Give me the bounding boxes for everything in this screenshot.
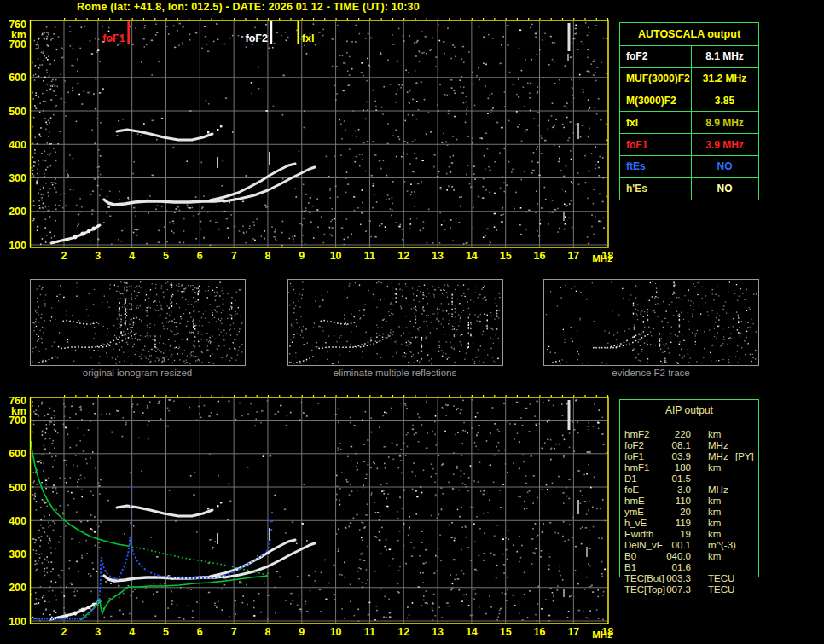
aip-unit: MHz bbox=[708, 451, 728, 462]
aip-row: DelN_vE00.1m^(-3) bbox=[619, 540, 807, 551]
thumbnail-caption-3: evidence F2 trace bbox=[543, 368, 758, 378]
x-tick-label: 3 bbox=[95, 626, 101, 638]
x-axis-unit-label: MHz bbox=[592, 629, 612, 640]
aip-value: 3.0 bbox=[655, 484, 691, 496]
marker-label-fxl: fxl bbox=[302, 32, 315, 44]
x-axis-unit-label: MHz bbox=[592, 253, 612, 264]
x-tick-label: 16 bbox=[534, 250, 546, 262]
aip-value: 180 bbox=[655, 462, 691, 473]
aip-row: foF208.1MHz bbox=[619, 440, 807, 451]
x-tick-label: 17 bbox=[567, 626, 579, 638]
aip-row: hmF2220km bbox=[619, 429, 807, 440]
autoscala-row: M(3000)F23.85 bbox=[620, 90, 758, 112]
aip-value: 20 bbox=[655, 507, 691, 518]
y-axis-unit-label: km bbox=[11, 405, 26, 417]
aip-value: 08.1 bbox=[655, 440, 691, 451]
aip-unit: km bbox=[708, 529, 721, 540]
autoscala-value: 8.1 MHz bbox=[691, 50, 758, 62]
aip-unit: m^(-3) bbox=[708, 540, 736, 551]
model-overlays bbox=[31, 441, 273, 620]
x-tick-label: 7 bbox=[231, 250, 237, 262]
x-tick-label: 15 bbox=[500, 626, 512, 638]
x-tick-label: 12 bbox=[397, 626, 409, 638]
x-tick-label: 13 bbox=[432, 250, 444, 262]
echo-traces bbox=[51, 502, 315, 619]
x-tick-label: 3 bbox=[95, 250, 101, 262]
aip-param: hmF1 bbox=[624, 462, 649, 473]
gridlines bbox=[31, 398, 608, 623]
aip-value: 003.3 bbox=[655, 573, 691, 584]
x-tick-label: 14 bbox=[466, 250, 478, 262]
marker-label-foF2: foF2 bbox=[246, 32, 268, 44]
aip-unit: TECU bbox=[708, 584, 734, 595]
aip-param: hmF2 bbox=[624, 429, 649, 440]
aip-param: foF2 bbox=[624, 440, 644, 451]
x-tick-label: 10 bbox=[330, 626, 342, 638]
aip-param: foF1 bbox=[624, 451, 644, 462]
autoscala-value: 3.85 bbox=[691, 95, 758, 107]
x-tick-label: 8 bbox=[264, 250, 270, 262]
x-tick-label: 4 bbox=[129, 250, 135, 262]
x-tick-label: 2 bbox=[61, 250, 67, 262]
aip-row: D101.5 bbox=[619, 473, 807, 484]
x-tick-label: 9 bbox=[299, 250, 305, 262]
aip-unit: MHz bbox=[708, 484, 728, 496]
frequency-markers: foF1foF2fxl bbox=[102, 21, 314, 44]
aip-value: 040.0 bbox=[655, 551, 691, 562]
autoscala-row: ftEsNO bbox=[620, 155, 758, 177]
y-axis-unit-label: km bbox=[11, 29, 26, 41]
x-tick-label: 4 bbox=[129, 626, 135, 638]
x-tick-label: 6 bbox=[197, 626, 203, 638]
top-ionogram-plot: 23456789101112131415161718MHz76070060050… bbox=[9, 18, 613, 264]
aip-unit: km bbox=[708, 429, 721, 440]
x-tick-label: 10 bbox=[330, 250, 342, 262]
aip-unit: MHz bbox=[708, 440, 728, 451]
x-tick-label: 17 bbox=[567, 250, 579, 262]
x-tick-label: 8 bbox=[264, 626, 270, 638]
aip-unit: km bbox=[708, 518, 721, 529]
autoscala-row: fxl8.9 MHz bbox=[620, 111, 758, 133]
marker-label-foF1: foF1 bbox=[102, 32, 125, 44]
aip-row: foE3.0MHz bbox=[619, 484, 807, 496]
y-tick-label: 100 bbox=[9, 616, 26, 628]
y-tick-label: 100 bbox=[9, 240, 26, 252]
aip-row: hmF1180km bbox=[619, 462, 807, 473]
aip-param: foE bbox=[624, 484, 639, 496]
echo-traces bbox=[51, 125, 315, 243]
x-tick-label: 9 bbox=[299, 626, 305, 638]
autoscala-output-table: AUTOSCALA output foF28.1 MHzMUF(3000)F23… bbox=[619, 22, 759, 200]
aip-row: h_vE119km bbox=[619, 518, 807, 529]
autoscala-row: foF28.1 MHz bbox=[620, 45, 758, 67]
aip-value: 03.9 bbox=[655, 451, 691, 462]
aip-unit: TECU bbox=[708, 573, 734, 584]
aip-unit: km bbox=[708, 507, 721, 518]
aip-row: foF103.9MHz[PY] bbox=[619, 451, 807, 462]
autoscala-value: NO bbox=[691, 183, 758, 194]
aip-param: ymE bbox=[624, 507, 644, 518]
x-tick-label: 13 bbox=[432, 626, 444, 638]
autoscala-column-divider bbox=[691, 45, 692, 200]
noise-layer bbox=[32, 22, 609, 246]
thumbnail-strip bbox=[31, 280, 759, 366]
autoscala-table-title: AUTOSCALA output bbox=[620, 23, 758, 45]
autoscala-row: MUF(3000)F231.2 MHz bbox=[620, 67, 758, 90]
autoscala-param: M(3000)F2 bbox=[620, 95, 690, 107]
autoscala-row: foF13.9 MHz bbox=[620, 133, 758, 155]
aip-value: 119 bbox=[655, 518, 691, 529]
aip-param: hmE bbox=[624, 496, 645, 507]
aip-value: 220 bbox=[655, 429, 691, 440]
y-tick-label: 300 bbox=[9, 172, 26, 184]
aip-row: ymE20km bbox=[619, 507, 807, 518]
autoscala-param: h'Es bbox=[620, 183, 690, 194]
aip-unit: km bbox=[708, 551, 721, 562]
autoscala-param: foF2 bbox=[620, 50, 690, 62]
aip-row: TEC[Top]007.3TECU bbox=[619, 584, 807, 595]
thumbnail-caption-2: eliminate multiple reflections bbox=[287, 368, 502, 378]
y-tick-label: 400 bbox=[9, 515, 26, 527]
autoscala-table-rows: foF28.1 MHzMUF(3000)F231.2 MHzM(3000)F23… bbox=[620, 45, 758, 200]
y-tick-label: 200 bbox=[9, 206, 26, 218]
y-tick-label: 500 bbox=[9, 482, 26, 494]
autoscala-value: 3.9 MHz bbox=[691, 139, 758, 151]
noise-layer bbox=[31, 399, 608, 622]
y-tick-label: 300 bbox=[9, 548, 26, 560]
